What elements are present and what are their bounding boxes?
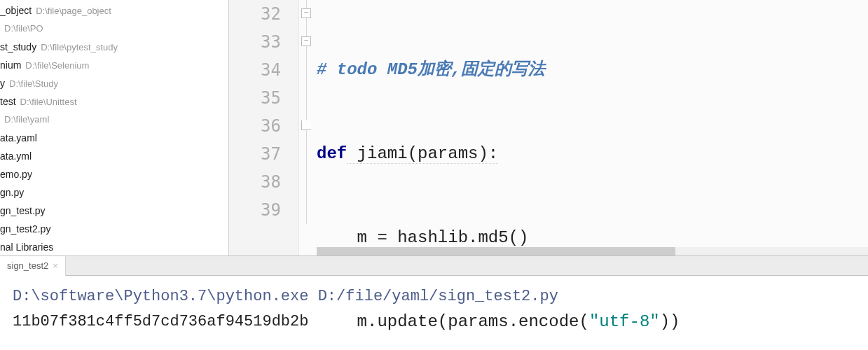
horizontal-scrollbar[interactable] (317, 247, 868, 255)
tree-file[interactable]: gn.py (0, 183, 228, 202)
code-content[interactable]: # todo MD5加密,固定的写法 def jiami(params): m … (317, 0, 868, 255)
code-editor[interactable]: 32 33 34 35 36 37 38 39 − − # todo MD5加密… (229, 0, 868, 255)
scrollbar-thumb[interactable] (317, 247, 675, 255)
fold-column: − − (299, 0, 317, 255)
tree-folder[interactable]: yD:\file\Study (0, 74, 228, 92)
line-number: 39 (229, 196, 281, 224)
fold-end (301, 120, 311, 130)
tree-folder[interactable]: D:\file\yaml (0, 111, 228, 129)
fold-toggle[interactable]: − (301, 8, 311, 18)
code-line[interactable]: def jiami(params): (317, 140, 868, 168)
line-number: 32 (229, 0, 281, 28)
project-tree[interactable]: _objectD:\file\page_object D:\file\PO st… (0, 0, 229, 255)
code-line[interactable]: m.update(params.encode("utf-8")) (317, 308, 868, 336)
tree-folder[interactable]: niumD:\file\Selenium (0, 56, 228, 74)
tree-folder[interactable]: _objectD:\file\page_object (0, 1, 228, 20)
tree-file[interactable]: gn_test.py (0, 202, 228, 220)
tree-file[interactable]: ata.yaml (0, 129, 228, 147)
line-number: 37 (229, 140, 281, 168)
line-number: 38 (229, 168, 281, 196)
run-tab[interactable]: sign_test2 × (0, 256, 66, 276)
code-line[interactable]: # todo MD5加密,固定的写法 (317, 56, 868, 84)
fold-guide (306, 0, 307, 224)
tree-node-libraries[interactable]: nal Libraries (0, 238, 228, 255)
tree-folder[interactable]: D:\file\PO (0, 20, 228, 38)
tree-file[interactable]: emo.py (0, 165, 228, 183)
tree-folder[interactable]: st_studyD:\file\pytest_study (0, 38, 228, 56)
tree-folder[interactable]: testD:\file\Unittest (0, 92, 228, 111)
tree-file[interactable]: gn_test2.py (0, 220, 228, 238)
line-number: 33 (229, 28, 281, 56)
fold-toggle[interactable]: − (301, 36, 311, 46)
main-split: _objectD:\file\page_object D:\file\PO st… (0, 0, 868, 255)
close-icon[interactable]: × (53, 260, 58, 271)
line-number: 36 (229, 112, 281, 140)
tree-file[interactable]: ata.yml (0, 147, 228, 165)
line-number: 34 (229, 56, 281, 84)
tab-label: sign_test2 (7, 260, 48, 271)
gutter: 32 33 34 35 36 37 38 39 (229, 0, 299, 255)
line-number: 35 (229, 84, 281, 112)
